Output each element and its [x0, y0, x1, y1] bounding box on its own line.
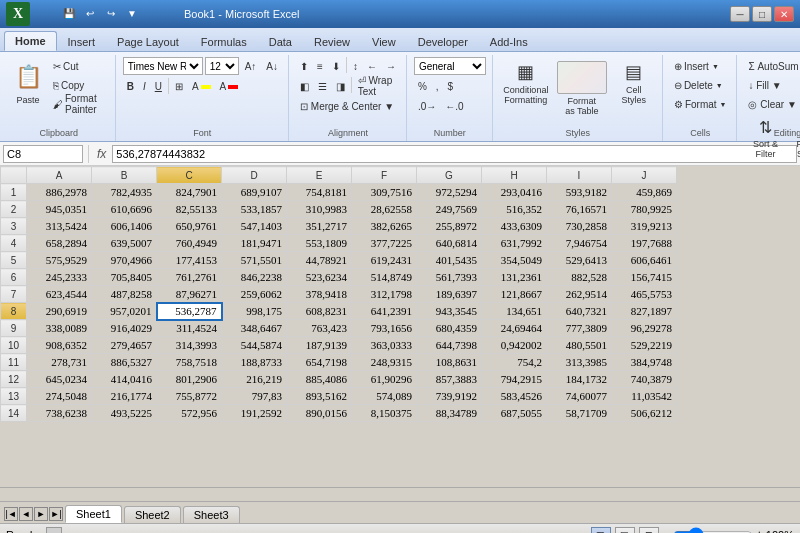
sheet-prev-btn[interactable]: ◄: [19, 507, 33, 521]
qa-dropdown[interactable]: ▼: [123, 4, 141, 22]
col-header-E[interactable]: E: [287, 167, 352, 184]
list-item[interactable]: 730,2858: [547, 218, 612, 235]
list-item[interactable]: 916,4029: [92, 320, 157, 337]
list-item[interactable]: 957,0201: [92, 303, 157, 320]
list-item[interactable]: 96,29278: [612, 320, 677, 337]
corner-header[interactable]: [1, 167, 27, 184]
sort-filter-btn[interactable]: ⇅ Sort &Filter: [744, 114, 786, 164]
list-item[interactable]: 523,6234: [287, 269, 352, 286]
clear-btn[interactable]: ◎ Clear ▼: [744, 95, 800, 113]
tab-insert[interactable]: Insert: [57, 32, 107, 51]
zoom-out-btn[interactable]: −: [663, 528, 670, 534]
zoom-in-btn[interactable]: +: [756, 528, 763, 534]
list-item[interactable]: 575,9529: [27, 252, 92, 269]
list-item[interactable]: 758,7518: [157, 354, 222, 371]
fill-btn[interactable]: ↓ Fill ▼: [744, 76, 785, 94]
row-header-11[interactable]: 11: [1, 354, 27, 371]
list-item[interactable]: 533,1857: [222, 201, 287, 218]
formula-input[interactable]: [112, 145, 797, 163]
list-item[interactable]: 506,6212: [612, 405, 677, 422]
list-item[interactable]: 644,7398: [417, 337, 482, 354]
list-item[interactable]: 0,942002: [482, 337, 547, 354]
align-top-btn[interactable]: ⬆: [296, 57, 312, 75]
list-item[interactable]: 641,2391: [352, 303, 417, 320]
list-item[interactable]: 782,4935: [92, 184, 157, 201]
row-header-2[interactable]: 2: [1, 201, 27, 218]
currency-btn[interactable]: $: [444, 77, 458, 95]
list-item[interactable]: 184,1732: [547, 371, 612, 388]
list-item[interactable]: 640,7321: [547, 303, 612, 320]
col-header-I[interactable]: I: [547, 167, 612, 184]
list-item[interactable]: 658,2894: [27, 235, 92, 252]
list-item[interactable]: 740,3879: [612, 371, 677, 388]
list-item[interactable]: 886,2978: [27, 184, 92, 201]
list-item[interactable]: 561,7393: [417, 269, 482, 286]
col-header-C[interactable]: C: [157, 167, 222, 184]
list-item[interactable]: 687,5055: [482, 405, 547, 422]
list-item[interactable]: 480,5501: [547, 337, 612, 354]
list-item[interactable]: 7,946754: [547, 235, 612, 252]
list-item[interactable]: 544,5874: [222, 337, 287, 354]
col-header-H[interactable]: H: [482, 167, 547, 184]
list-item[interactable]: 571,5501: [222, 252, 287, 269]
list-item[interactable]: 311,4524: [157, 320, 222, 337]
list-item[interactable]: 354,5049: [482, 252, 547, 269]
list-item[interactable]: 608,8231: [287, 303, 352, 320]
wrap-text-btn[interactable]: ⏎ Wrap Text: [354, 77, 400, 95]
list-item[interactable]: 58,71709: [547, 405, 612, 422]
horizontal-scrollbar[interactable]: [0, 487, 800, 501]
list-item[interactable]: 619,2431: [352, 252, 417, 269]
col-header-F[interactable]: F: [352, 167, 417, 184]
list-item[interactable]: 363,0333: [352, 337, 417, 354]
list-item[interactable]: 801,2906: [157, 371, 222, 388]
list-item[interactable]: 780,9925: [612, 201, 677, 218]
list-item[interactable]: 310,9983: [287, 201, 352, 218]
list-item[interactable]: 553,1809: [287, 235, 352, 252]
list-item[interactable]: 313,5424: [27, 218, 92, 235]
row-header-9[interactable]: 9: [1, 320, 27, 337]
list-item[interactable]: 882,528: [547, 269, 612, 286]
increase-font-btn[interactable]: A↑: [241, 57, 261, 75]
list-item[interactable]: 433,6309: [482, 218, 547, 235]
list-item[interactable]: 191,2592: [222, 405, 287, 422]
col-header-A[interactable]: A: [27, 167, 92, 184]
list-item[interactable]: 886,5327: [92, 354, 157, 371]
list-item[interactable]: 754,2: [482, 354, 547, 371]
merge-center-btn[interactable]: ⊡ Merge & Center ▼: [296, 97, 398, 115]
list-item[interactable]: 248,9315: [352, 354, 417, 371]
list-item[interactable]: 650,9761: [157, 218, 222, 235]
list-item[interactable]: 846,2238: [222, 269, 287, 286]
row-header-1[interactable]: 1: [1, 184, 27, 201]
minimize-btn[interactable]: ─: [730, 6, 750, 22]
list-item[interactable]: 74,60077: [547, 388, 612, 405]
number-format-select[interactable]: General Number Currency Percentage: [414, 57, 486, 75]
delete-btn[interactable]: ⊖ Delete ▼: [670, 76, 727, 94]
align-middle-btn[interactable]: ≡: [313, 57, 327, 75]
list-item[interactable]: 290,6919: [27, 303, 92, 320]
list-item[interactable]: 606,1406: [92, 218, 157, 235]
row-header-13[interactable]: 13: [1, 388, 27, 405]
list-item[interactable]: 885,4086: [287, 371, 352, 388]
indent-increase-btn[interactable]: →: [382, 57, 400, 75]
list-item[interactable]: 827,1897: [612, 303, 677, 320]
indent-decrease-btn[interactable]: ←: [363, 57, 381, 75]
list-item[interactable]: 945,0351: [27, 201, 92, 218]
list-item[interactable]: 640,6814: [417, 235, 482, 252]
page-break-view-btn[interactable]: ⊟: [639, 527, 659, 534]
list-item[interactable]: 755,8772: [157, 388, 222, 405]
tab-view[interactable]: View: [361, 32, 407, 51]
list-item[interactable]: 493,5225: [92, 405, 157, 422]
list-item[interactable]: 108,8631: [417, 354, 482, 371]
list-item[interactable]: 516,352: [482, 201, 547, 218]
list-item[interactable]: 377,7225: [352, 235, 417, 252]
underline-button[interactable]: U: [151, 77, 166, 95]
list-item[interactable]: 156,7415: [612, 269, 677, 286]
undo-btn[interactable]: ↩: [81, 4, 99, 22]
list-item[interactable]: 88,34789: [417, 405, 482, 422]
list-item[interactable]: 761,2761: [157, 269, 222, 286]
bold-button[interactable]: B: [123, 77, 138, 95]
list-item[interactable]: 188,8733: [222, 354, 287, 371]
list-item[interactable]: 401,5435: [417, 252, 482, 269]
list-item[interactable]: 76,16571: [547, 201, 612, 218]
fill-color-button[interactable]: A: [188, 77, 215, 95]
